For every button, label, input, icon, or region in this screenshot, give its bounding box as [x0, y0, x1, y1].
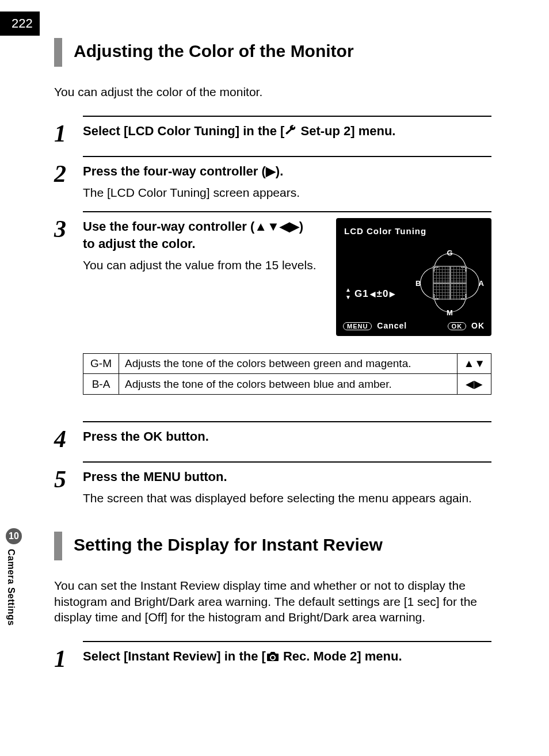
step-title-text-after: Set-up 2] menu. — [297, 124, 395, 138]
step-number: 4 — [54, 421, 83, 451]
grid-quadrant — [450, 266, 467, 283]
chapter-number: 10 — [9, 531, 19, 541]
step-description: The [LCD Color Tuning] screen appears. — [83, 185, 491, 201]
lcd-title: LCD Color Tuning — [344, 226, 483, 236]
axis-label-a: A — [479, 278, 484, 287]
step-title: Press the four-way controller (▶). — [83, 163, 491, 180]
step-1: 1 Select [LCD Color Tuning] in the [ Set… — [54, 116, 491, 146]
step-4: 4 Press the OK button. — [54, 421, 491, 451]
section-intro: You can set the Instant Review display t… — [54, 578, 491, 625]
grid-quadrant — [450, 283, 467, 300]
step-number: 1 — [54, 116, 83, 146]
step-description: The screen that was displayed before sel… — [83, 490, 491, 506]
grid-quadrant — [433, 266, 450, 283]
table-cell-key: B-A — [83, 374, 119, 395]
tone-adjustment-table: G-M Adjusts the tone of the colors betwe… — [83, 353, 491, 395]
heading-accent-bar — [54, 38, 62, 67]
chapter-side-tab: 10 Camera Settings — [6, 528, 22, 626]
table-row: B-A Adjusts the tone of the colors betwe… — [83, 374, 491, 395]
heading-accent-bar — [54, 532, 62, 560]
step-number: 1 — [54, 641, 83, 671]
step-title-text: Press the — [83, 469, 143, 484]
step-3: 3 Use the four-way controller (▲▼◀▶) to … — [54, 211, 491, 411]
lcd-value-readout: ▲▼ G1 ◀ ±0 ▶ — [345, 287, 395, 300]
table-cell-desc: Adjusts the tone of the colors between b… — [119, 374, 458, 395]
right-triangle-icon: ▶ — [390, 290, 395, 298]
step-number: 2 — [54, 156, 83, 201]
lcd-footer: MENU Cancel OK OK — [343, 321, 485, 330]
ok-pill: OK — [448, 322, 467, 330]
step-title: Press the MENU button. — [83, 468, 491, 486]
up-down-arrows-icon: ▲▼ — [345, 287, 352, 300]
step-title-text-after: button. — [181, 469, 227, 484]
step-title: Use the four-way controller (▲▼◀▶) to ad… — [83, 218, 319, 252]
table-cell-arrows: ▲▼ — [458, 354, 491, 374]
ok-label: OK — [471, 321, 485, 330]
ok-button-label: OK — [143, 429, 162, 444]
section-title: Setting the Display for Instant Review — [74, 532, 383, 560]
step-title-text-after: Rec. Mode 2] menu. — [280, 649, 402, 663]
section-title: Adjusting the Color of the Monitor — [74, 38, 354, 67]
page-number: 222 — [12, 16, 33, 30]
step-title-text: Select [Instant Review] in the [ — [83, 649, 266, 663]
cancel-label: Cancel — [377, 321, 407, 330]
grid-quadrant — [433, 283, 450, 300]
camera-icon — [266, 649, 280, 666]
menu-pill: MENU — [343, 322, 372, 330]
step-description: You can adjust the value from the 15 lev… — [83, 257, 319, 273]
lcd-pm-value: ±0 — [377, 288, 389, 300]
menu-button-label: MENU — [143, 469, 181, 484]
step-title-text: Press the — [83, 429, 143, 444]
section-heading: Setting the Display for Instant Review — [54, 532, 491, 560]
lcd-preview-panel: LCD Color Tuning ▲▼ G1 ◀ ±0 ▶ G M B — [336, 218, 491, 336]
table-row: G-M Adjusts the tone of the colors betwe… — [83, 354, 491, 374]
color-grid-widget: G M B A — [417, 250, 483, 316]
color-grid — [433, 266, 467, 300]
step-title: Select [Instant Review] in the [ Rec. Mo… — [83, 648, 491, 666]
wrench-icon — [284, 124, 297, 141]
step-title: Select [LCD Color Tuning] in the [ Set-u… — [83, 123, 491, 140]
table-cell-key: G-M — [83, 354, 119, 374]
section-heading: Adjusting the Color of the Monitor — [54, 38, 491, 67]
step-number: 3 — [54, 211, 83, 411]
step-title-text: Select [LCD Color Tuning] in the [ — [83, 124, 284, 138]
step-1: 1 Select [Instant Review] in the [ Rec. … — [54, 641, 491, 671]
left-triangle-icon: ◀ — [370, 290, 376, 298]
step-number: 5 — [54, 461, 83, 506]
lcd-g-value: G1 — [354, 288, 369, 300]
table-cell-arrows: ◀▶ — [458, 374, 491, 395]
page-number-tab: 222 — [0, 12, 40, 36]
step-5: 5 Press the MENU button. The screen that… — [54, 461, 491, 506]
step-2: 2 Press the four-way controller (▶). The… — [54, 156, 491, 201]
step-title: Press the OK button. — [83, 428, 491, 445]
chapter-label: Camera Settings — [6, 549, 16, 626]
step-title-text-after: button. — [162, 429, 209, 444]
chapter-number-badge: 10 — [6, 528, 22, 544]
table-cell-desc: Adjusts the tone of the colors between g… — [119, 354, 458, 374]
section-intro: You can adjust the color of the monitor. — [54, 84, 491, 100]
